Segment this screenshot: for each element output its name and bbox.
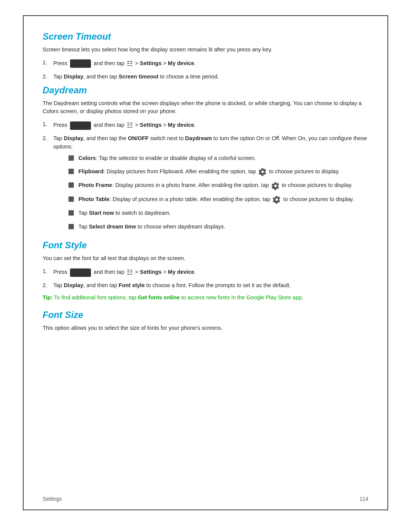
bullet-marker <box>68 210 74 216</box>
step-item: 1. Press and then tap ☷ > Settings > My … <box>43 267 368 278</box>
bullet-marker <box>68 197 74 202</box>
section-font-style: Font Style You can set the font for all … <box>43 240 368 302</box>
bullet-content: Colors: Tap the selector to enable or di… <box>78 154 368 163</box>
tip-link: Get fonts online <box>138 294 180 300</box>
screen-timeout-desc: Screen timeout lets you select how long … <box>43 46 368 54</box>
bullet-content: Photo Table: Display of pictures in a ph… <box>78 195 368 204</box>
bullet-item: Colors: Tap the selector to enable or di… <box>68 154 368 163</box>
step-content: Tap Display, and then tap Font style to … <box>53 281 368 290</box>
bullet-content: Photo Frame: Display pictures in a photo… <box>78 181 368 190</box>
bullet-content: Tap Start now to switch to daydream. <box>78 209 368 217</box>
step-item: 1. Press and then tap ☷ > Settings > My … <box>43 59 368 69</box>
bullet-content: Tap Select dream time to choose when day… <box>78 223 368 231</box>
daydream-title: Daydream <box>43 85 368 96</box>
font-size-desc: This option allows you to select the siz… <box>43 324 368 332</box>
step-item: 2. Tap Display, and then tap the ON/OFF … <box>43 134 368 236</box>
section-daydream: Daydream The Daydream setting controls w… <box>43 85 368 236</box>
menu-icon: ☷ <box>127 59 133 69</box>
step-number: 2. <box>43 73 53 81</box>
press-button <box>70 121 91 130</box>
bullet-item: Flipboard: Display pictures from Flipboa… <box>68 168 368 176</box>
font-style-desc: You can set the font for all text that d… <box>43 254 368 263</box>
step-number: 1. <box>43 120 53 129</box>
step-content: Tap Display, and then tap the ON/OFF swi… <box>53 134 368 236</box>
press-button <box>70 59 91 68</box>
font-style-title: Font Style <box>43 240 368 251</box>
bullet-marker <box>68 155 74 161</box>
step-number: 2. <box>43 134 53 143</box>
bullet-item: Photo Frame: Display pictures in a photo… <box>68 181 368 190</box>
daydream-steps: 1. Press and then tap ☷ > Settings > My … <box>43 120 368 236</box>
step-number: 1. <box>43 267 53 276</box>
step-item: 1. Press and then tap ☷ > Settings > My … <box>43 120 368 131</box>
bullet-item: Tap Start now to switch to daydream. <box>68 209 368 217</box>
bullet-marker <box>68 182 74 188</box>
page-footer: Settings 114 <box>43 496 368 502</box>
step-content: Press and then tap ☷ > Settings > My dev… <box>53 267 368 278</box>
gear-icon <box>258 168 267 176</box>
step-number: 1. <box>43 59 53 67</box>
menu-icon: ☷ <box>127 120 133 131</box>
bullet-item: Tap Select dream time to choose when day… <box>68 223 368 231</box>
bullet-content: Flipboard: Display pictures from Flipboa… <box>78 168 368 176</box>
page-container: Screen Timeout Screen timeout lets you s… <box>23 15 388 510</box>
bullet-marker <box>68 169 74 174</box>
font-size-title: Font Size <box>43 310 368 320</box>
step-content: Press and then tap ☷ > Settings > My dev… <box>53 59 368 69</box>
tip-block: Tip: To find additional font options, ta… <box>43 294 368 302</box>
daydream-desc: The Daydream setting controls what the s… <box>43 99 368 116</box>
footer-right: 114 <box>360 496 368 502</box>
step-content: Press and then tap ☷ > Settings > My dev… <box>53 120 368 131</box>
tip-text-after: to access new fonts in the Google Play S… <box>180 294 304 300</box>
bullet-marker <box>68 224 74 229</box>
daydream-bullets: Colors: Tap the selector to enable or di… <box>68 154 368 231</box>
tip-text-before: To find additional font options, tap <box>53 294 138 300</box>
footer-left: Settings <box>43 496 62 502</box>
step-item: 2. Tap Display, and then tap Screen time… <box>43 73 368 81</box>
tip-label: Tip: <box>43 294 53 300</box>
step-number: 2. <box>43 281 53 290</box>
step-content: Tap Display, and then tap Screen timeout… <box>53 73 368 81</box>
gear-icon <box>272 195 281 204</box>
step-item: 2. Tap Display, and then tap Font style … <box>43 281 368 290</box>
font-style-steps: 1. Press and then tap ☷ > Settings > My … <box>43 267 368 290</box>
press-button <box>70 268 91 277</box>
menu-icon: ☷ <box>127 267 133 278</box>
screen-timeout-steps: 1. Press and then tap ☷ > Settings > My … <box>43 59 368 81</box>
section-font-size: Font Size This option allows you to sele… <box>43 310 368 332</box>
bullet-item: Photo Table: Display of pictures in a ph… <box>68 195 368 204</box>
section-screen-timeout: Screen Timeout Screen timeout lets you s… <box>43 31 368 81</box>
gear-icon <box>271 182 280 190</box>
screen-timeout-title: Screen Timeout <box>43 31 368 42</box>
